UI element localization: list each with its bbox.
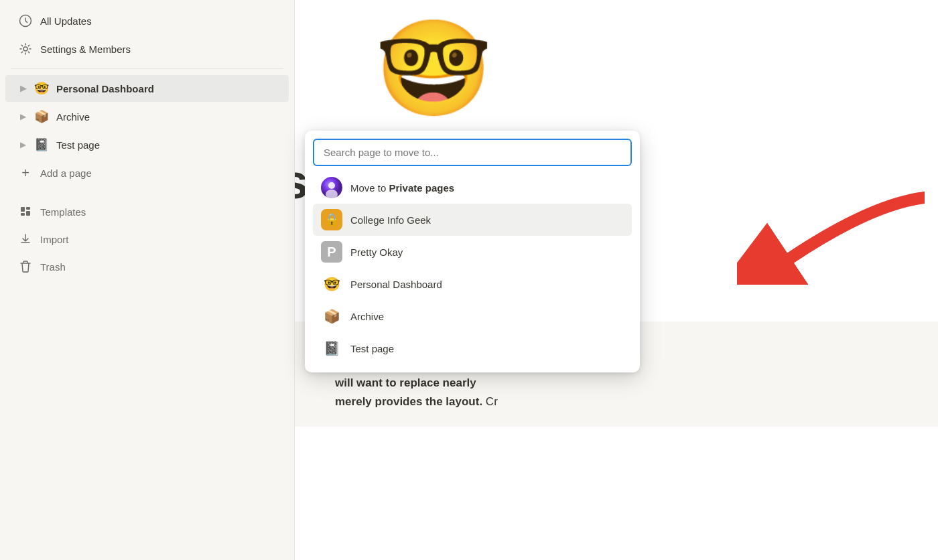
import-label: Import	[40, 234, 278, 245]
private-pages-avatar-icon	[321, 177, 342, 198]
chevron-right-icon-archive: ▶	[16, 110, 29, 123]
archive-dropdown-label: Archive	[350, 311, 384, 322]
trash-label: Trash	[40, 261, 278, 273]
settings-members-label: Settings & Members	[40, 44, 278, 55]
clock-icon	[16, 11, 35, 30]
sidebar-bottom-section: Templates Import Trash	[0, 198, 294, 281]
trash-icon	[16, 257, 35, 276]
templates-label: Templates	[40, 206, 278, 218]
pretty-okay-icon: P	[321, 241, 342, 263]
templates-icon	[16, 202, 35, 221]
plus-icon: +	[16, 163, 35, 182]
dropdown-item-personal-dashboard[interactable]: 🤓 Personal Dashboard	[313, 268, 632, 300]
personal-dashboard-emoji-icon: 🤓	[32, 79, 51, 98]
page-emoji-large: 🤓	[375, 13, 492, 124]
content-text-line4: merely provides the layout. Cr	[335, 395, 498, 408]
test-page-label: Test page	[56, 139, 278, 151]
svg-point-5	[328, 182, 335, 189]
archive-label: Archive	[56, 111, 278, 123]
personal-dashboard-dropdown-icon: 🤓	[321, 273, 342, 295]
college-info-geek-icon: 🔒	[321, 209, 342, 230]
sidebar-item-personal-dashboard[interactable]: ▶ 🤓 Personal Dashboard	[5, 75, 289, 102]
chevron-right-icon-test: ▶	[16, 138, 29, 151]
svg-point-2	[23, 271, 27, 273]
archive-dropdown-icon: 📦	[321, 305, 342, 327]
gear-icon	[16, 40, 35, 58]
sidebar-item-templates[interactable]: Templates	[5, 198, 289, 225]
red-arrow-decoration	[737, 191, 925, 285]
dropdown-item-pretty-okay[interactable]: P Pretty Okay	[313, 236, 632, 268]
sidebar: All Updates Settings & Members ▶ 🤓 Perso…	[0, 0, 295, 560]
sidebar-item-trash[interactable]: Trash	[5, 253, 289, 280]
chevron-right-icon: ▶	[16, 82, 29, 95]
test-page-emoji-icon: 📓	[32, 135, 51, 154]
sidebar-item-import[interactable]: Import	[5, 226, 289, 253]
search-input[interactable]	[313, 139, 632, 166]
dropdown-item-college-info-geek[interactable]: 🔒 College Info Geek	[313, 204, 632, 236]
personal-dashboard-dropdown-label: Personal Dashboard	[350, 279, 442, 290]
college-info-geek-label: College Info Geek	[350, 214, 431, 226]
dropdown-item-test-page[interactable]: 📓 Test page	[313, 332, 632, 364]
sidebar-divider	[11, 68, 283, 69]
all-updates-label: All Updates	[40, 15, 278, 27]
move-to-dropdown: Move to Private pages 🔒 College Info Gee…	[305, 131, 640, 372]
sidebar-item-all-updates[interactable]: All Updates	[5, 7, 289, 34]
svg-point-1	[23, 47, 27, 51]
import-icon	[16, 230, 35, 249]
pretty-okay-label: Pretty Okay	[350, 247, 403, 258]
dropdown-item-private-pages[interactable]: Move to Private pages	[313, 171, 632, 204]
sidebar-item-archive[interactable]: ▶ 📦 Archive	[5, 103, 289, 130]
sidebar-item-add-page[interactable]: + Add a page	[5, 159, 289, 186]
search-wrapper	[313, 139, 632, 166]
test-page-dropdown-label: Test page	[350, 343, 394, 354]
archive-emoji-icon: 📦	[32, 107, 51, 126]
sidebar-item-settings[interactable]: Settings & Members	[5, 36, 289, 62]
content-text-line3: will want to replace nearly	[335, 376, 476, 389]
private-pages-label: Move to Private pages	[350, 182, 454, 194]
dropdown-item-archive[interactable]: 📦 Archive	[313, 300, 632, 332]
test-page-dropdown-icon: 📓	[321, 338, 342, 359]
personal-dashboard-label: Personal Dashboard	[56, 83, 278, 94]
add-page-label: Add a page	[40, 167, 278, 179]
sidebar-item-test-page[interactable]: ▶ 📓 Test page	[5, 131, 289, 158]
